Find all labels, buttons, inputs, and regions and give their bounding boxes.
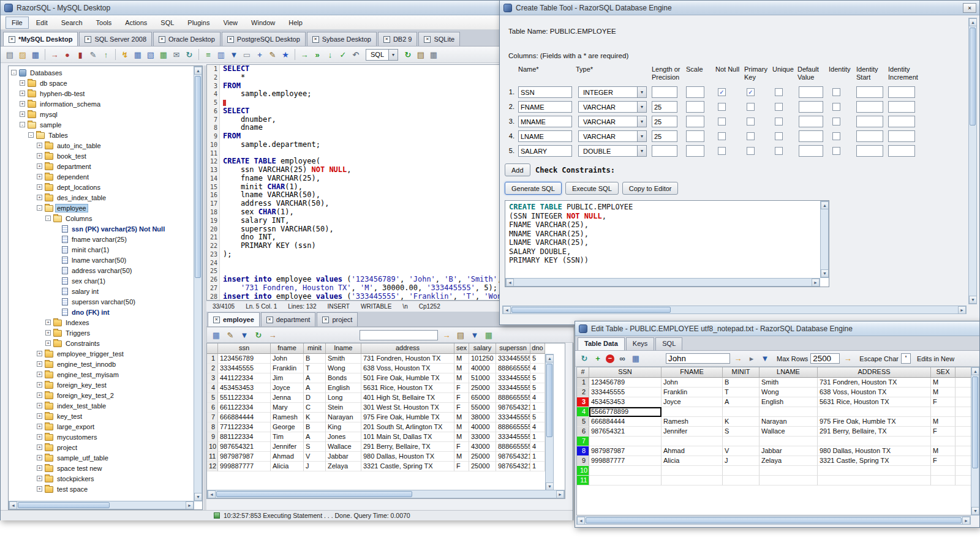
cell[interactable]: F <box>454 462 469 471</box>
cell[interactable] <box>589 437 662 446</box>
add-column-button[interactable]: Add <box>505 163 530 176</box>
column-type-combo[interactable]: VARCHAR▾ <box>578 116 647 127</box>
cell[interactable] <box>931 466 956 476</box>
scroll-left-icon[interactable]: ◄ <box>208 490 216 498</box>
tree-item[interactable]: +employee_trigger_test <box>9 348 193 359</box>
tree-item[interactable]: +sample_utf_table <box>9 452 193 463</box>
results-hscroll-thumb[interactable] <box>216 491 412 497</box>
close-tab-icon[interactable]: ✕ <box>159 36 165 43</box>
window-hscroll-thumb[interactable] <box>511 307 671 313</box>
cell[interactable]: 661122334 <box>218 403 271 413</box>
tree-item[interactable]: +foreign_key_test_2 <box>9 390 193 400</box>
identity-start-input[interactable] <box>856 86 883 98</box>
tree-expander-icon[interactable]: + <box>37 153 42 159</box>
identity-checkbox[interactable] <box>832 88 840 96</box>
tree-item[interactable]: +department <box>9 161 193 171</box>
cell[interactable]: 987654321 <box>589 427 662 437</box>
scroll-down-icon[interactable]: ▼ <box>971 507 979 515</box>
not-null-checkbox[interactable] <box>718 147 726 155</box>
row-search-input[interactable] <box>666 353 730 364</box>
tree-item[interactable]: +key_test <box>9 411 193 421</box>
cell[interactable]: Jennifer <box>662 427 723 437</box>
tree-expander-icon[interactable]: + <box>45 340 51 346</box>
cell[interactable] <box>760 476 818 486</box>
column-header[interactable]: sex <box>454 343 469 354</box>
cell[interactable]: Long <box>326 393 361 403</box>
cell[interactable]: Alicia <box>662 456 723 466</box>
menu-view[interactable]: View <box>217 17 244 29</box>
table-row[interactable]: 3441122334JimABonds501 Fire Oak, Humble … <box>207 373 565 383</box>
tree-vscrollbar[interactable]: ▲ ▼ <box>194 66 202 501</box>
close-button[interactable]: ✕ <box>963 3 976 13</box>
cell[interactable] <box>956 388 971 397</box>
identity-checkbox[interactable] <box>832 118 840 126</box>
cell[interactable] <box>956 456 971 466</box>
log-icon[interactable]: ▤ <box>455 329 466 340</box>
cell[interactable]: 980 Dallas, Houston TX <box>361 452 454 462</box>
cell[interactable]: 123456789 <box>589 378 662 388</box>
refresh-connection-icon[interactable]: ↻ <box>184 49 195 60</box>
cell[interactable]: Jennifer <box>271 442 304 452</box>
close-tab-icon[interactable]: ✕ <box>383 36 390 43</box>
cell[interactable]: 888665555 <box>496 422 530 432</box>
cell[interactable]: 731 Fondren, Houston TX <box>361 354 454 364</box>
length-input[interactable] <box>652 145 677 157</box>
cell[interactable]: 987987987 <box>218 452 271 462</box>
cell[interactable]: Jenna <box>271 393 304 403</box>
edit-hscroll-thumb[interactable] <box>586 517 962 523</box>
results-vscroll-thumb[interactable] <box>546 364 552 437</box>
unique-checkbox[interactable] <box>775 118 783 126</box>
scroll-up-icon[interactable]: ▲ <box>194 67 202 75</box>
cell[interactable]: 453453453 <box>218 383 271 393</box>
scroll-down-icon[interactable]: ▼ <box>969 296 977 304</box>
cell[interactable]: Joyce <box>271 383 304 393</box>
cell[interactable]: 638 Voss, Houston TX <box>361 364 454 373</box>
cell[interactable]: 291 Berry, Bellaire, TX <box>818 427 931 437</box>
tree-expander-icon[interactable]: - <box>11 70 17 75</box>
cell[interactable]: 975 Fire Oak, Humble TX <box>818 417 931 427</box>
query-builder-icon[interactable]: ✎ <box>267 49 278 60</box>
cell[interactable]: English <box>760 397 818 407</box>
tree-item[interactable]: ssn (PK) varchar(25) Not Null <box>9 223 193 234</box>
column-header[interactable] <box>207 343 218 354</box>
cell[interactable]: F <box>454 393 469 403</box>
cell[interactable]: B <box>723 378 760 388</box>
scroll-up-icon[interactable]: ▲ <box>546 354 554 362</box>
scroll-left-icon[interactable]: ◄ <box>9 501 17 509</box>
cell[interactable]: John <box>662 378 723 388</box>
generated-sql-box[interactable]: CREATE TABLE PUBLIC.EMPLOYEE(SSN INTEGER… <box>505 200 829 287</box>
cell[interactable]: Ramesh <box>271 413 304 422</box>
cell[interactable]: 5566778899 <box>589 407 662 417</box>
cell[interactable] <box>760 466 818 476</box>
cell[interactable]: M <box>454 413 469 422</box>
bookmark-icon[interactable]: ▮ <box>75 49 86 60</box>
table-row[interactable]: 6987654321JenniferSWallace291 Berry, Bel… <box>577 427 971 437</box>
tree-expander-icon[interactable]: + <box>37 424 42 429</box>
menu-help[interactable]: Help <box>282 17 309 29</box>
tree-item[interactable]: +book_test <box>9 151 193 161</box>
scale-input[interactable] <box>686 130 704 142</box>
tree-item[interactable]: +mycustomers <box>9 432 193 442</box>
cell[interactable]: 5 <box>530 383 545 393</box>
cell[interactable]: 333445555 <box>496 432 530 442</box>
column-header[interactable]: SEX <box>931 367 956 378</box>
cell[interactable]: F <box>931 456 956 466</box>
cell[interactable]: K <box>723 417 760 427</box>
primary-key-checkbox[interactable] <box>747 132 755 140</box>
combo-arrow-icon[interactable]: ▾ <box>637 131 646 141</box>
cell[interactable]: 291 Berry, Bellaire, TX <box>361 442 454 452</box>
tab-oracle-desktop[interactable]: ✕Oracle Desktop <box>153 32 221 46</box>
tree-expander-icon[interactable]: + <box>37 465 42 471</box>
list-icon[interactable]: ≡ <box>203 49 214 60</box>
filter-icon[interactable]: ▼ <box>228 49 239 60</box>
tree-expander-icon[interactable]: + <box>37 413 42 419</box>
tree-expander-icon[interactable]: + <box>20 80 25 86</box>
cell[interactable] <box>956 437 971 446</box>
cell[interactable]: Narayan <box>326 413 361 422</box>
tree-item[interactable]: sex char(1) <box>9 276 193 286</box>
tab-sybase-desktop[interactable]: ✕Sybase Desktop <box>307 32 377 46</box>
table-row[interactable]: 11 <box>577 476 971 486</box>
cell[interactable]: 888665555 <box>496 442 530 452</box>
tree-expander-icon[interactable]: + <box>37 476 42 481</box>
column-header[interactable]: MINIT <box>723 367 760 378</box>
